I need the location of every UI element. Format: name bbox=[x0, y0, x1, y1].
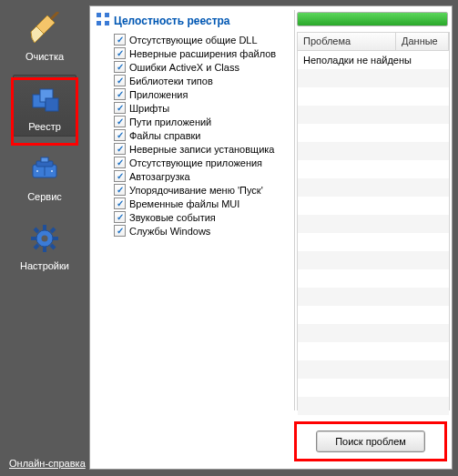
settings-icon bbox=[26, 220, 63, 257]
check-item[interactable]: ✓Автозагрузка bbox=[114, 169, 289, 183]
check-item[interactable]: ✓Шрифты bbox=[114, 101, 289, 115]
table-row: Неполадки не найдены bbox=[298, 51, 449, 69]
svg-rect-3 bbox=[46, 98, 58, 111]
checkbox[interactable]: ✓ bbox=[114, 88, 126, 100]
table-row bbox=[298, 178, 449, 197]
check-label: Службы Windows bbox=[129, 226, 210, 237]
svg-line-16 bbox=[35, 228, 38, 232]
checkbox[interactable]: ✓ bbox=[114, 129, 126, 141]
checkbox[interactable]: ✓ bbox=[114, 34, 126, 46]
check-item[interactable]: ✓Отсутствующие общие DLL bbox=[114, 33, 289, 46]
check-item[interactable]: ✓Неверные расширения файлов bbox=[114, 46, 289, 60]
checkbox[interactable]: ✓ bbox=[114, 197, 126, 209]
nav-label: Сервис bbox=[15, 191, 75, 202]
check-item[interactable]: ✓Временные файлы MUI bbox=[114, 197, 289, 210]
check-label: Временные файлы MUI bbox=[129, 198, 239, 209]
table-row bbox=[298, 397, 449, 415]
check-item[interactable]: ✓Ошибки ActiveX и Class bbox=[114, 60, 289, 74]
checkbox[interactable]: ✓ bbox=[114, 225, 126, 237]
check-item[interactable]: ✓Пути приложений bbox=[114, 115, 289, 128]
checkbox[interactable]: ✓ bbox=[114, 184, 126, 196]
table-row bbox=[298, 288, 449, 306]
check-label: Неверные расширения файлов bbox=[129, 48, 276, 59]
svg-point-11 bbox=[42, 236, 48, 242]
svg-rect-20 bbox=[97, 13, 101, 17]
check-label: Шрифты bbox=[129, 103, 169, 114]
table-row bbox=[298, 342, 449, 360]
svg-line-0 bbox=[51, 12, 58, 19]
check-label: Звуковые события bbox=[129, 212, 216, 223]
nav-settings[interactable]: Настройки bbox=[13, 215, 76, 275]
checkbox[interactable]: ✓ bbox=[114, 61, 126, 73]
check-label: Библиотеки типов bbox=[129, 76, 213, 86]
progress-fill bbox=[298, 13, 447, 25]
check-item[interactable]: ✓Неверные записи установщика bbox=[114, 142, 289, 156]
nav-registry[interactable]: Реестр bbox=[13, 75, 76, 137]
table-row bbox=[298, 306, 449, 324]
col-problem[interactable]: Проблема bbox=[298, 33, 396, 50]
check-label: Приложения bbox=[129, 89, 188, 100]
check-item[interactable]: ✓Звуковые события bbox=[114, 210, 289, 224]
registry-tree-icon bbox=[96, 12, 110, 29]
table-header: Проблема Данные bbox=[298, 33, 449, 51]
help-link[interactable]: Онлайн-справка bbox=[9, 458, 86, 469]
table-row bbox=[298, 160, 449, 178]
section-title: Целостность реестра bbox=[114, 15, 230, 27]
svg-rect-23 bbox=[105, 21, 109, 25]
check-label: Упорядочивание меню 'Пуск' bbox=[129, 185, 263, 196]
checkbox[interactable]: ✓ bbox=[114, 47, 126, 59]
table-row bbox=[298, 215, 449, 233]
check-item[interactable]: ✓Файлы справки bbox=[114, 128, 289, 142]
table-row bbox=[298, 251, 449, 269]
svg-rect-6 bbox=[41, 157, 48, 162]
svg-line-19 bbox=[51, 228, 55, 232]
nav-label: Очистка bbox=[15, 51, 75, 62]
table-row bbox=[298, 69, 449, 87]
registry-icon bbox=[26, 81, 63, 117]
col-data[interactable]: Данные bbox=[396, 33, 449, 50]
table-row bbox=[298, 124, 449, 142]
table-row bbox=[298, 87, 449, 106]
check-label: Неверные записи установщика bbox=[129, 144, 274, 155]
checkbox[interactable]: ✓ bbox=[114, 157, 126, 168]
main-panel: Целостность реестра ✓Отсутствующие общие… bbox=[89, 5, 453, 470]
check-item[interactable]: ✓Службы Windows bbox=[114, 224, 289, 238]
nav-clean[interactable]: Очистка bbox=[13, 5, 76, 66]
results-pane: Проблема Данные Неполадки не найдены bbox=[294, 10, 450, 410]
results-table: Проблема Данные Неполадки не найдены bbox=[297, 32, 450, 410]
table-row bbox=[298, 197, 449, 215]
tools-icon bbox=[26, 151, 63, 187]
checkbox[interactable]: ✓ bbox=[114, 102, 126, 114]
check-label: Пути приложений bbox=[129, 116, 211, 127]
broom-icon bbox=[26, 11, 63, 47]
check-label: Ошибки ActiveX и Class bbox=[129, 62, 239, 73]
table-row bbox=[298, 269, 449, 288]
checkbox[interactable]: ✓ bbox=[114, 170, 126, 182]
table-body: Неполадки не найдены bbox=[298, 51, 449, 415]
checkbox[interactable]: ✓ bbox=[114, 75, 126, 86]
scan-button[interactable]: Поиск проблем bbox=[316, 430, 425, 452]
check-list: ✓Отсутствующие общие DLL✓Неверные расшир… bbox=[114, 33, 289, 238]
check-item[interactable]: ✓Отсутствующие приложения bbox=[114, 156, 289, 169]
check-item[interactable]: ✓Приложения bbox=[114, 87, 289, 101]
check-item[interactable]: ✓Библиотеки типов bbox=[114, 74, 289, 87]
empty-message: Неполадки не найдены bbox=[298, 53, 417, 67]
nav-tools[interactable]: Сервис bbox=[13, 146, 76, 206]
checklist-pane: Целостность реестра ✓Отсутствующие общие… bbox=[94, 10, 289, 410]
check-item[interactable]: ✓Упорядочивание меню 'Пуск' bbox=[114, 183, 289, 197]
checkbox[interactable]: ✓ bbox=[114, 211, 126, 223]
table-row bbox=[298, 324, 449, 342]
checkbox[interactable]: ✓ bbox=[114, 116, 126, 127]
nav-label: Настройки bbox=[15, 260, 75, 271]
section-header: Целостность реестра bbox=[94, 10, 289, 31]
table-row bbox=[298, 233, 449, 251]
table-row bbox=[298, 142, 449, 160]
svg-line-18 bbox=[35, 245, 38, 248]
svg-line-17 bbox=[51, 245, 55, 248]
table-row bbox=[298, 379, 449, 397]
check-label: Отсутствующие общие DLL bbox=[129, 35, 258, 46]
table-row bbox=[298, 360, 449, 379]
checkbox[interactable]: ✓ bbox=[114, 143, 126, 155]
check-label: Отсутствующие приложения bbox=[129, 157, 262, 168]
table-row bbox=[298, 106, 449, 124]
